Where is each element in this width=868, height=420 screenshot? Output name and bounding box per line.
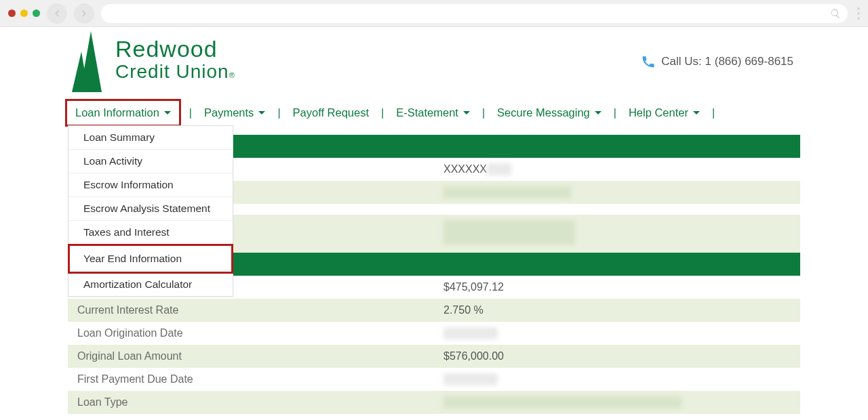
row-value: $475,097.12 <box>434 276 800 299</box>
call-us[interactable]: Call Us: 1 (866) 669-8615 <box>641 54 800 69</box>
table-row: First Payment Due Date 00/00/0000 <box>68 368 800 391</box>
back-button[interactable] <box>47 3 67 24</box>
redwood-tree-icon <box>68 31 107 92</box>
dropdown-item-loan-activity[interactable]: Loan Activity <box>68 150 233 173</box>
browser-menu-icon[interactable] <box>857 7 860 20</box>
dropdown-item-escrow-information[interactable]: Escrow Information <box>68 173 233 197</box>
row-value <box>434 204 800 215</box>
table-row: Loan Origination Date 00/00/0000 <box>68 322 800 345</box>
redacted-value: 0000 <box>487 163 511 175</box>
nav-label: E-Statement <box>396 106 458 119</box>
row-label: Current Interest Rate <box>68 299 434 322</box>
call-label: Call Us: 1 (866) 669-8615 <box>661 55 793 68</box>
redacted-value: 00/00/0000 <box>443 327 498 339</box>
brand-logo[interactable]: Redwood Credit Union® <box>68 31 235 92</box>
chevron-down-icon <box>463 111 470 114</box>
row-value: XXXXXX0000 <box>434 158 800 181</box>
dropdown-item-taxes-interest[interactable]: Taxes and Interest <box>68 221 233 245</box>
nav-payoff-request[interactable]: Payoff Request <box>289 104 374 122</box>
chevron-down-icon <box>693 111 700 114</box>
nav-separator: | <box>704 107 723 119</box>
dropdown-item-amortization[interactable]: Amortization Calculator <box>68 273 233 296</box>
nav-secure-messaging[interactable]: Secure Messaging <box>493 104 606 122</box>
loan-information-dropdown: Loan Summary Loan Activity Escrow Inform… <box>68 125 233 297</box>
browser-chrome <box>0 0 868 27</box>
nav-separator: | <box>606 107 625 119</box>
table-row: Original Loan Amount $576,000.00 <box>68 345 800 368</box>
dropdown-item-loan-summary[interactable]: Loan Summary <box>68 126 233 150</box>
nav-help-center[interactable]: Help Center <box>625 104 704 122</box>
maximize-window-icon[interactable] <box>33 9 40 17</box>
table-row: Loan Type REDACTED LOAN TYPE VALUE DESCR… <box>68 391 800 414</box>
redacted-value: 1234 STREET NAME LINE CITYSTATE ZIP CODE <box>443 220 575 245</box>
row-label: First Payment Due Date <box>68 368 434 391</box>
row-label: Original Loan Amount <box>68 345 434 368</box>
nav-label: Payments <box>204 106 254 119</box>
table-row: Current Interest Rate 2.750 % <box>68 299 800 322</box>
window-controls <box>8 9 40 17</box>
nav-label: Help Center <box>629 106 688 119</box>
row-value: REDACTED LOAN TYPE VALUE DESCRIPTION <box>434 391 800 414</box>
redacted-value: REDACTED NAME HERE <box>443 186 571 198</box>
nav-label: Payoff Request <box>293 106 370 119</box>
row-value: 1234 STREET NAME LINE CITYSTATE ZIP CODE <box>434 215 800 253</box>
row-value: 00/00/0000 <box>434 322 800 345</box>
brand-text: Redwood Credit Union® <box>115 37 235 92</box>
row-value: 00/00/0000 <box>434 368 800 391</box>
redacted-value: 00/00/0000 <box>443 373 498 385</box>
nav-payments[interactable]: Payments <box>200 104 269 122</box>
search-icon <box>830 8 841 19</box>
chevron-down-icon <box>164 111 171 114</box>
row-value: REDACTED NAME HERE <box>434 181 800 204</box>
url-bar[interactable] <box>101 4 848 23</box>
nav-e-statement[interactable]: E-Statement <box>392 104 474 122</box>
row-label: Loan Type <box>68 391 434 414</box>
dropdown-item-escrow-analysis[interactable]: Escrow Analysis Statement <box>68 197 233 221</box>
nav-separator: | <box>269 107 288 119</box>
nav-separator: | <box>373 107 392 119</box>
forward-button[interactable] <box>74 3 94 24</box>
row-label: Loan Origination Date <box>68 322 434 345</box>
value-prefix: XXXXXX <box>443 163 487 175</box>
close-window-icon[interactable] <box>8 9 16 17</box>
chevron-down-icon <box>258 111 265 114</box>
brand-line2: Credit Union® <box>115 62 235 81</box>
nav-loan-information[interactable]: Loan Information <box>65 99 181 127</box>
minimize-window-icon[interactable] <box>20 9 28 17</box>
brand-line1: Redwood <box>115 37 235 62</box>
page-header: Redwood Credit Union® Call Us: 1 (866) 6… <box>0 27 868 92</box>
row-value: $576,000.00 <box>434 345 800 368</box>
nav-label: Loan Information <box>75 106 159 119</box>
nav-label: Secure Messaging <box>497 106 590 119</box>
phone-icon <box>641 54 656 69</box>
redacted-value: REDACTED LOAN TYPE VALUE DESCRIPTION <box>443 396 682 408</box>
chevron-down-icon <box>595 111 601 114</box>
row-value: 2.750 % <box>434 299 800 322</box>
dropdown-item-year-end[interactable]: Year End Information <box>68 244 233 274</box>
nav-separator: | <box>474 107 493 119</box>
nav-separator: | <box>181 107 200 119</box>
